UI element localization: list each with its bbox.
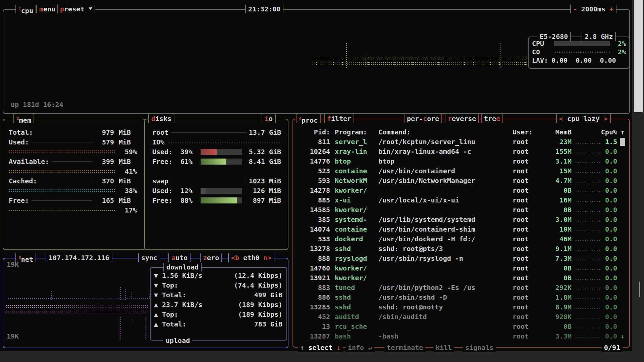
net-sync-button[interactable]: sync — [138, 253, 160, 262]
table-row[interactable]: 10264 xray-lin bin/xray-linux-amd64 -c r… — [298, 146, 626, 156]
process-mem: 0B — [543, 186, 572, 194]
kill-button[interactable]: kill — [433, 343, 454, 352]
disk-root-free-pct: 61% — [180, 158, 201, 166]
clock: 21:32:00 — [245, 5, 283, 13]
interval-minus-button[interactable]: - — [573, 5, 577, 13]
process-cpu-graph — [575, 142, 600, 144]
mem-free-value: 165 — [95, 196, 114, 204]
upload-graph-spike — [120, 317, 122, 340]
table-row[interactable]: 883 tuned /usr/bin/python2 -Es /us root … — [298, 283, 626, 292]
process-command: bin/xray-linux-amd64 -c — [378, 147, 513, 156]
per-core-button[interactable]: per-core — [404, 114, 442, 123]
col-command[interactable]: Command: — [378, 128, 513, 136]
mem-total-value: 979 — [95, 128, 114, 136]
table-row[interactable]: 533 dockerd /usr/bin/dockerd -H fd:/ roo… — [298, 234, 626, 244]
col-pid[interactable]: Pid: — [298, 128, 330, 136]
process-mem: 0B — [543, 264, 572, 272]
process-user: root — [513, 196, 535, 204]
table-row[interactable]: 14074 containe /usr/bin/containerd-shim … — [298, 224, 626, 234]
table-row[interactable]: 888 rsyslogd /usr/sbin/rsyslogd -n root … — [298, 253, 626, 263]
upload-top: (189 Kibps) — [178, 310, 282, 318]
table-row[interactable]: 13921 kworker/ root 0B 0.0 — [298, 273, 626, 283]
process-mem: 4.7M — [543, 177, 572, 185]
process-user: root — [513, 264, 535, 272]
table-row[interactable]: 523 containe /usr/bin/containerd root 15… — [298, 166, 626, 176]
table-row[interactable]: 14585 kworker/ root 0B 0.0 — [298, 205, 626, 215]
process-cpu-graph — [575, 220, 600, 222]
proc-scrollbar-thumb[interactable] — [620, 138, 625, 146]
col-cpu[interactable]: Cpu% — [600, 128, 617, 136]
process-mem: 16M — [543, 196, 572, 204]
table-row[interactable]: 13 rcu_sche root 0B 0.0 — [298, 321, 626, 331]
io-mode-button[interactable]: io — [262, 114, 276, 123]
cpu-graph-spike — [365, 53, 367, 67]
process-user: root — [513, 313, 535, 321]
table-row[interactable]: 13287 bash -bash root 3.3M 0.0 ↓ — [298, 331, 626, 341]
process-mem: 3.3M — [543, 332, 572, 340]
mem-used-graph — [9, 149, 116, 154]
table-row[interactable]: 14776 btop btop root 3.1M 0.0 — [298, 156, 626, 166]
info-button[interactable]: info ↵ — [345, 343, 374, 352]
disk-root-used-pct: 39% — [180, 148, 201, 156]
cpu-frequency: 2.8 GHz — [582, 32, 616, 41]
download-speed-bits: (12.4 Kibps) — [202, 272, 282, 280]
uptime-label: up 181d 16:24 — [11, 101, 63, 109]
process-cpu-graph — [575, 191, 600, 193]
scroll-up-arrow-icon[interactable]: ↑ — [619, 128, 626, 136]
iface-prev-button[interactable]: <b — [231, 254, 239, 262]
table-row[interactable]: 13278 sshd sshd: root@pts/3 root 9.1M 0.… — [298, 244, 626, 253]
filter-button[interactable]: filter — [324, 114, 354, 123]
mem-cached-graph-row: 38% — [9, 186, 137, 195]
table-row[interactable]: 886 sshd /usr/sbin/sshd -D root 1.8M 0.0 — [298, 292, 626, 302]
net-interface-switcher[interactable]: <b eth0 n> — [228, 253, 274, 262]
menu-button[interactable]: menu — [36, 5, 58, 13]
disk-root-used-value: 5.32 GiB — [246, 148, 281, 156]
sort-selector[interactable]: < cpu lazy > — [556, 114, 611, 123]
col-mem[interactable]: MemB — [543, 128, 572, 136]
process-cpu-graph — [575, 249, 600, 251]
table-row[interactable]: 13285 sshd sshd: root@notty root 8.9M 0.… — [298, 302, 626, 312]
mem-cached-row: Cached: 370 MiB — [9, 176, 137, 186]
cpu-graph-spike — [499, 43, 501, 69]
interval-plus-button[interactable]: + — [609, 5, 613, 13]
process-program: bash — [335, 332, 376, 340]
process-user: root — [513, 147, 535, 156]
upload-speed-row: ▲ 23.7 KiB/s (189 Kibps) — [154, 300, 282, 309]
table-row[interactable]: 385 systemd- /usr/lib/systemd/systemd ro… — [298, 215, 626, 224]
process-program: btop — [335, 157, 376, 165]
process-cpu: 0.0 — [600, 293, 617, 301]
table-row[interactable]: 14278 kworker/ root 0B 0.0 — [298, 185, 626, 195]
tree-button[interactable]: tree — [481, 114, 503, 123]
process-command: /usr/bin/containerd-shim — [378, 225, 513, 233]
process-pid: 886 — [298, 293, 330, 301]
process-program: rsyslogd — [335, 254, 376, 262]
table-row[interactable]: 452 auditd /sbin/auditd root 928K 0.0 — [298, 312, 626, 321]
scroll-position: 0/91 — [602, 343, 623, 352]
terminate-button[interactable]: terminate — [384, 343, 425, 352]
select-keys[interactable]: ↑ select ↓ — [298, 343, 343, 352]
upload-arrow-icon: ▲ — [154, 301, 162, 309]
scrollbar-thumb[interactable] — [634, 0, 643, 112]
sort-next-button[interactable]: > — [603, 115, 607, 123]
process-mem: 928K — [543, 313, 572, 321]
net-auto-button[interactable]: auto — [168, 253, 191, 262]
preset-button[interactable]: preset * — [57, 5, 95, 13]
table-row[interactable]: 14760 kworker/ root 0B 0.0 — [298, 263, 626, 273]
net-shortcut: 3 — [18, 255, 21, 260]
window-scrollbar[interactable] — [632, 0, 644, 362]
iface-next-button[interactable]: n> — [263, 254, 271, 262]
table-row[interactable]: 811 server_l /root/kcptun/server_linu ro… — [298, 137, 626, 146]
table-row[interactable]: 593 NetworkM /usr/sbin/NetworkManager ro… — [298, 176, 626, 185]
signals-button[interactable]: signals — [463, 343, 496, 352]
col-user[interactable]: User: — [513, 128, 535, 136]
net-zero-button[interactable]: zero — [200, 253, 222, 262]
sort-prev-button[interactable]: < — [559, 115, 563, 123]
load-average-values: 0.00 0.00 0.00 — [551, 56, 616, 64]
reverse-button[interactable]: reverse — [445, 114, 479, 123]
table-row[interactable]: 885 x-ui /usr/local/x-ui/x-ui root 16M 0… — [298, 195, 626, 205]
col-program[interactable]: Program: — [335, 128, 376, 136]
terminal: 1cpu menu preset * 21:32:00 - 2000ms + E… — [0, 0, 632, 351]
mem-used-label: Used: — [9, 138, 29, 146]
process-user: root — [513, 332, 535, 340]
process-program: kworker/ — [335, 264, 376, 272]
